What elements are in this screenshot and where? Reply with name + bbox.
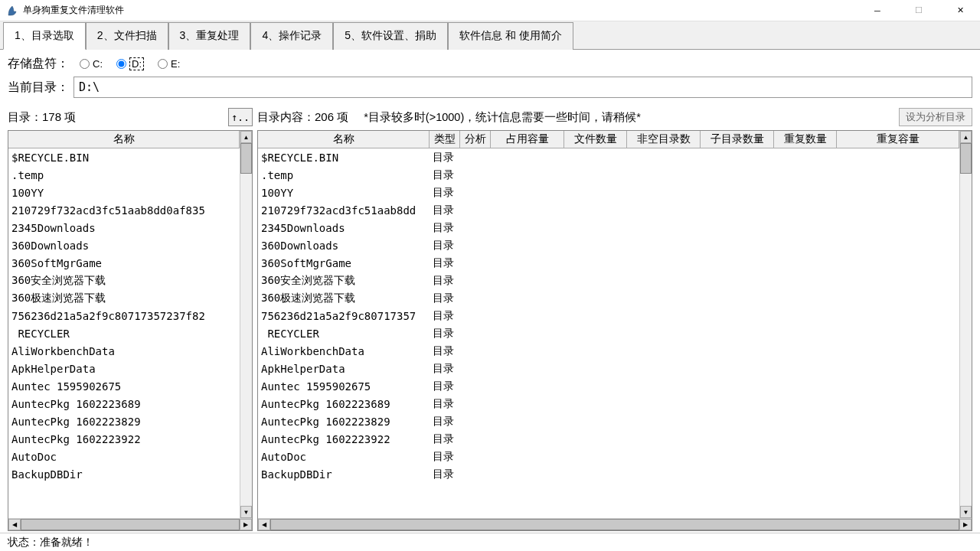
left-vscrollbar[interactable]: ▲ ▼ bbox=[240, 131, 252, 518]
right-col-subdir[interactable]: 子目录数量 bbox=[701, 131, 774, 148]
table-row[interactable]: 756236d21a5a2f9c80717357目录 bbox=[258, 307, 959, 324]
table-row[interactable]: ApkHelperData目录 bbox=[258, 360, 959, 377]
scroll-up-icon[interactable]: ▲ bbox=[240, 131, 252, 143]
table-row[interactable]: _RECYCLER目录 bbox=[258, 324, 959, 342]
list-item[interactable]: 360极速浏览器下载 bbox=[8, 289, 240, 307]
right-count-label: 目录内容：206 项 bbox=[257, 110, 348, 125]
table-row[interactable]: BackupDBDir目录 bbox=[258, 465, 959, 483]
list-item[interactable]: BackupDBDir bbox=[8, 465, 240, 483]
table-row[interactable]: AuntecPkg_1602223689目录 bbox=[258, 395, 959, 412]
list-item[interactable]: 360SoftMgrGame bbox=[8, 254, 240, 272]
table-row[interactable]: 100YY目录 bbox=[258, 184, 959, 201]
list-item[interactable]: 756236d21a5a2f9c80717357237f82 bbox=[8, 307, 240, 324]
right-hscrollbar[interactable]: ◀ ▶ bbox=[258, 518, 972, 530]
app-icon bbox=[6, 5, 18, 17]
window-title: 单身狗重复文件清理软件 bbox=[23, 4, 864, 17]
drive-d[interactable]: D: bbox=[116, 57, 144, 70]
maximize-button[interactable]: ☐ bbox=[905, 2, 933, 19]
titlebar: 单身狗重复文件清理软件 ─ ☐ ✕ bbox=[0, 0, 980, 21]
table-row[interactable]: 360Downloads目录 bbox=[258, 236, 959, 254]
tab-dir-select[interactable]: 1、目录选取 bbox=[3, 22, 86, 50]
left-count-label: 目录：178 项 bbox=[8, 110, 76, 125]
tabbar: 1、目录选取 2、文件扫描 3、重复处理 4、操作记录 5、软件设置、捐助 软件… bbox=[0, 21, 980, 50]
list-item[interactable]: 360Downloads bbox=[8, 236, 240, 254]
drive-radiogroup: C: D: E: bbox=[80, 57, 180, 70]
curdir-label: 当前目录： bbox=[8, 80, 69, 96]
right-col-name[interactable]: 名称 bbox=[258, 131, 430, 148]
statusbar: 状态：准备就绪！ bbox=[0, 533, 980, 551]
table-row[interactable]: .temp目录 bbox=[258, 166, 959, 184]
right-col-dupsize[interactable]: 重复容量 bbox=[837, 131, 959, 148]
minimize-button[interactable]: ─ bbox=[864, 2, 891, 19]
list-item[interactable]: 360安全浏览器下载 bbox=[8, 272, 240, 289]
table-row[interactable]: AuntecPkg_1602223922目录 bbox=[258, 430, 959, 448]
drive-e[interactable]: E: bbox=[158, 58, 180, 70]
list-item[interactable]: 210729f732acd3fc51aab8dd0af835 bbox=[8, 201, 240, 219]
list-item[interactable]: 100YY bbox=[8, 184, 240, 201]
scroll-right-icon[interactable]: ▶ bbox=[240, 519, 252, 530]
tab-op-log[interactable]: 4、操作记录 bbox=[250, 22, 333, 50]
table-row[interactable]: 2345Downloads目录 bbox=[258, 219, 959, 236]
right-list[interactable]: $RECYCLE.BIN目录.temp目录100YY目录210729f732ac… bbox=[258, 148, 959, 483]
left-col-name[interactable]: 名称 bbox=[8, 131, 240, 148]
right-col-nonempty[interactable]: 非空目录数 bbox=[627, 131, 701, 148]
left-list[interactable]: $RECYCLE.BIN.temp100YY210729f732acd3fc51… bbox=[8, 148, 240, 483]
list-item[interactable]: .temp bbox=[8, 166, 240, 184]
list-item[interactable]: AuntecPkg_1602223829 bbox=[8, 412, 240, 430]
list-item[interactable]: AuntecPkg_1602223689 bbox=[8, 395, 240, 412]
table-row[interactable]: Auntec_1595902675目录 bbox=[258, 377, 959, 395]
right-col-analyze[interactable]: 分析 bbox=[460, 131, 491, 148]
table-row[interactable]: 360极速浏览器下载目录 bbox=[258, 289, 959, 307]
right-vscrollbar[interactable]: ▲ ▼ bbox=[959, 131, 972, 518]
up-dir-button[interactable]: ↑.. bbox=[228, 108, 253, 126]
table-row[interactable]: $RECYCLE.BIN目录 bbox=[258, 148, 959, 166]
table-row[interactable]: 360SoftMgrGame目录 bbox=[258, 254, 959, 272]
table-row[interactable]: 210729f732acd3fc51aab8dd目录 bbox=[258, 201, 959, 219]
scroll-left-icon[interactable]: ◀ bbox=[258, 519, 270, 530]
right-col-type[interactable]: 类型 bbox=[430, 131, 460, 148]
table-row[interactable]: AuntecPkg_1602223829目录 bbox=[258, 412, 959, 430]
list-item[interactable]: ApkHelperData bbox=[8, 360, 240, 377]
list-item[interactable]: 2345Downloads bbox=[8, 219, 240, 236]
scroll-down-icon[interactable]: ▼ bbox=[960, 506, 972, 518]
list-item[interactable]: $RECYCLE.BIN bbox=[8, 148, 240, 166]
scroll-down-icon[interactable]: ▼ bbox=[240, 506, 252, 518]
tab-dup-process[interactable]: 3、重复处理 bbox=[168, 22, 251, 50]
tab-settings[interactable]: 5、软件设置、捐助 bbox=[333, 22, 448, 50]
drive-c[interactable]: C: bbox=[80, 58, 103, 70]
right-col-filecount[interactable]: 文件数量 bbox=[564, 131, 627, 148]
list-item[interactable]: AuntecPkg_1602223922 bbox=[8, 430, 240, 448]
list-item[interactable]: AliWorkbenchData bbox=[8, 342, 240, 360]
tab-file-scan[interactable]: 2、文件扫描 bbox=[86, 22, 168, 50]
scroll-right-icon[interactable]: ▶ bbox=[959, 519, 972, 530]
set-analysis-dir-button[interactable]: 设为分析目录 bbox=[899, 108, 972, 126]
right-col-size[interactable]: 占用容量 bbox=[491, 131, 564, 148]
scroll-up-icon[interactable]: ▲ bbox=[960, 131, 972, 143]
close-button[interactable]: ✕ bbox=[946, 2, 974, 19]
right-hint: *目录较多时(>1000)，统计信息需要一些时间，请稍候* bbox=[364, 110, 641, 125]
drive-label: 存储盘符： bbox=[8, 56, 69, 72]
table-row[interactable]: AliWorkbenchData目录 bbox=[258, 342, 959, 360]
table-row[interactable]: 360安全浏览器下载目录 bbox=[258, 272, 959, 289]
scroll-left-icon[interactable]: ◀ bbox=[8, 519, 21, 530]
list-item[interactable]: _RECYCLER bbox=[8, 324, 240, 342]
table-row[interactable]: AutoDoc目录 bbox=[258, 448, 959, 465]
right-col-dupcount[interactable]: 重复数量 bbox=[774, 131, 837, 148]
tab-about[interactable]: 软件信息 和 使用简介 bbox=[448, 22, 573, 50]
list-item[interactable]: AutoDoc bbox=[8, 448, 240, 465]
left-hscrollbar[interactable]: ◀ ▶ bbox=[8, 518, 252, 530]
list-item[interactable]: Auntec_1595902675 bbox=[8, 377, 240, 395]
curdir-input[interactable] bbox=[74, 77, 972, 98]
